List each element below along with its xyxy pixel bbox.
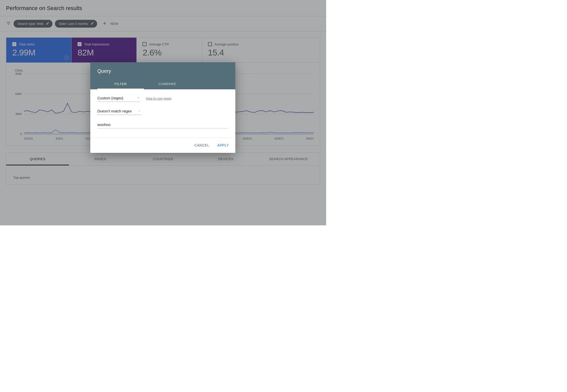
mode-select-value: Custom (regex) [97,96,123,100]
mode-select[interactable]: Custom (regex) [97,95,140,102]
chevron-down-icon [138,109,141,113]
match-select-value: Doesn't match regex [97,109,132,113]
apply-button[interactable]: APPLY [216,142,230,149]
dialog-title: Query [97,68,228,74]
cancel-button[interactable]: CANCEL [193,142,210,149]
chevron-down-icon [137,96,140,100]
match-select[interactable]: Doesn't match regex [97,108,141,115]
regex-input[interactable] [97,121,228,128]
howto-regex-link[interactable]: How to use regex [146,97,171,100]
query-dialog: Query FILTER COMPARE Custom (regex) How … [90,62,235,153]
dialog-tab-filter[interactable]: FILTER [97,79,144,89]
dialog-tab-compare[interactable]: COMPARE [144,79,191,89]
